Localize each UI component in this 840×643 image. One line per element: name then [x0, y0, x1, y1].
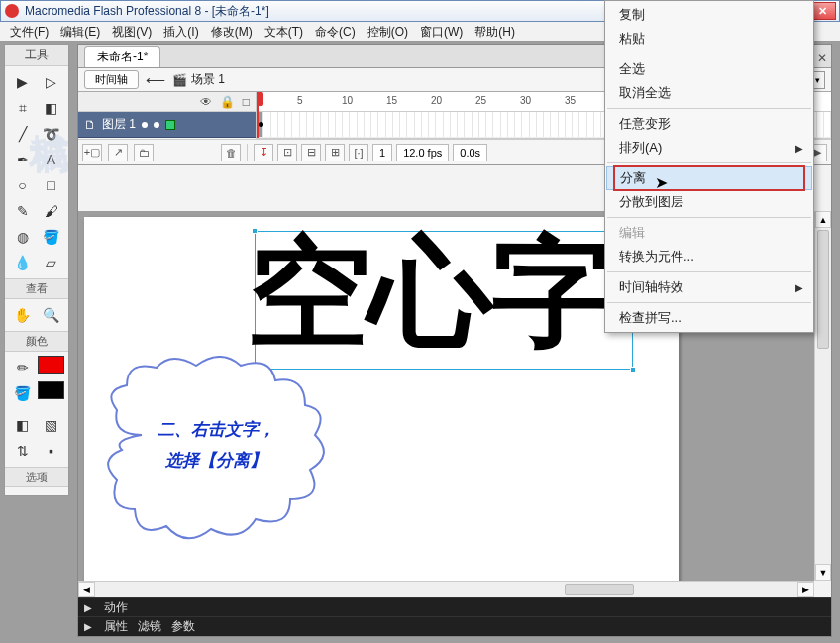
context-menu-item[interactable]: 复制: [605, 3, 813, 27]
frame-cell[interactable]: [501, 112, 508, 137]
hand-tool[interactable]: ✋: [9, 303, 36, 327]
context-menu[interactable]: 复制粘贴全选取消全选任意变形排列(A)▶分离➤分散到图层编辑转换为元件...时间…: [604, 0, 814, 333]
frame-cell[interactable]: [458, 112, 465, 137]
menu-window[interactable]: 窗口(W): [414, 22, 469, 41]
menu-command[interactable]: 命令(C): [309, 22, 362, 41]
frame-cell[interactable]: [378, 112, 385, 137]
gradient-transform-tool[interactable]: ◧: [38, 96, 64, 120]
timeline-toggle-button[interactable]: 时间轴: [84, 70, 139, 89]
frame-cell[interactable]: [587, 112, 594, 137]
layer-row[interactable]: 🗋 图层 1: [78, 112, 256, 138]
frame-cell[interactable]: [824, 112, 831, 137]
frame-cell[interactable]: [365, 112, 371, 137]
frame-cell[interactable]: [479, 112, 486, 137]
menu-file[interactable]: 文件(F): [4, 22, 54, 41]
modify-onion-markers-button[interactable]: [·]: [349, 144, 368, 161]
text-tool[interactable]: A: [38, 148, 64, 171]
selection-tool[interactable]: ▶: [9, 70, 36, 94]
edit-multiple-frames-button[interactable]: ⊞: [325, 144, 345, 161]
menu-insert[interactable]: 插入(I): [158, 22, 204, 41]
frame-cell[interactable]: [393, 112, 400, 137]
delete-layer-button[interactable]: 🗑: [221, 144, 241, 161]
frame-cell[interactable]: [336, 112, 343, 137]
menu-view[interactable]: 视图(V): [106, 22, 158, 41]
frame-cell[interactable]: [544, 112, 551, 137]
frame-cell[interactable]: [436, 112, 443, 137]
frame-cell[interactable]: [522, 112, 529, 137]
handle-top-left[interactable]: [252, 228, 258, 234]
scene-label[interactable]: 场景 1: [191, 71, 225, 88]
ink-bottle-tool[interactable]: ◍: [9, 225, 36, 249]
frame-cell[interactable]: [508, 112, 515, 137]
frame-cell[interactable]: [537, 112, 544, 137]
frame-cell[interactable]: [292, 112, 299, 137]
free-transform-tool[interactable]: ⌗: [9, 96, 36, 120]
visibility-header-icon[interactable]: 👁: [200, 95, 212, 109]
layer-visibility-dot[interactable]: [142, 122, 148, 128]
eyedropper-tool[interactable]: 💧: [9, 251, 36, 274]
frame-cell[interactable]: [371, 112, 378, 137]
subselection-tool[interactable]: ▷: [38, 70, 64, 94]
frame-cell[interactable]: [579, 112, 586, 137]
v-scroll-thumb[interactable]: [817, 230, 829, 349]
menu-help[interactable]: 帮助(H): [469, 22, 521, 41]
scroll-down-button[interactable]: ▼: [815, 564, 831, 581]
context-menu-item[interactable]: 取消全选: [605, 81, 813, 105]
lock-header-icon[interactable]: 🔒: [220, 95, 235, 109]
frame-cell[interactable]: [559, 112, 566, 137]
text-selection-box[interactable]: 空心字: [255, 231, 633, 370]
scroll-right-button[interactable]: ▶: [797, 582, 814, 597]
frame-cell[interactable]: [386, 112, 393, 137]
frame-cell[interactable]: [271, 112, 278, 137]
scroll-up-button[interactable]: ▲: [815, 211, 831, 228]
document-tab[interactable]: 未命名-1*: [84, 46, 160, 67]
context-menu-item[interactable]: 时间轴特效▶: [605, 275, 813, 299]
frame-cell[interactable]: [444, 112, 451, 137]
frame-cell[interactable]: [493, 112, 500, 137]
frame-cell[interactable]: [594, 112, 601, 137]
doc-close[interactable]: ✕: [817, 52, 827, 65]
frame-cell[interactable]: [472, 112, 479, 137]
stroke-color-swatch[interactable]: [38, 356, 64, 374]
paint-bucket-tool[interactable]: 🪣: [38, 225, 64, 249]
actions-panel-header[interactable]: ▶ 动作: [78, 597, 831, 616]
frame-cell[interactable]: [358, 112, 365, 137]
context-menu-item[interactable]: 粘贴: [605, 27, 813, 51]
frame-cell[interactable]: [285, 112, 292, 137]
pen-tool[interactable]: ✒: [9, 148, 36, 171]
pencil-tool[interactable]: ✎: [9, 199, 36, 223]
frame-cell[interactable]: [343, 112, 350, 137]
frame-cell[interactable]: [278, 112, 285, 137]
onion-skin-button[interactable]: ⊡: [277, 144, 297, 161]
vertical-scrollbar[interactable]: ▲ ▼: [814, 211, 831, 581]
frame-cell[interactable]: [465, 112, 472, 137]
frame-cell[interactable]: [530, 112, 537, 137]
context-menu-item[interactable]: 检查拼写...: [605, 306, 813, 330]
frame-cell[interactable]: [321, 112, 328, 137]
frame-cell[interactable]: [257, 112, 263, 137]
brush-tool[interactable]: 🖌: [38, 199, 64, 223]
frame-cell[interactable]: [429, 112, 436, 137]
context-menu-item[interactable]: 全选: [605, 57, 813, 81]
center-frame-button[interactable]: ↧: [254, 144, 273, 161]
tab-parameters[interactable]: 参数: [171, 618, 195, 635]
frame-cell[interactable]: [422, 112, 429, 137]
frame-cell[interactable]: [515, 112, 522, 137]
outline-header-icon[interactable]: □: [243, 95, 250, 109]
horizontal-scrollbar[interactable]: ◀ ▶: [78, 581, 814, 597]
frame-cell[interactable]: [407, 112, 414, 137]
tab-filters[interactable]: 滤镜: [138, 618, 161, 635]
frame-cell[interactable]: [307, 112, 314, 137]
swap-colors-button[interactable]: ⇅: [9, 439, 36, 463]
scroll-left-button[interactable]: ◀: [78, 582, 95, 597]
frame-cell[interactable]: [263, 112, 270, 137]
frame-cell[interactable]: [486, 112, 493, 137]
context-menu-item[interactable]: 任意变形: [605, 112, 813, 136]
frame-cell[interactable]: [451, 112, 458, 137]
oval-tool[interactable]: ○: [9, 173, 36, 197]
insert-layer-folder-button[interactable]: 🗀: [134, 144, 154, 161]
frame-cell[interactable]: [566, 112, 573, 137]
layer-lock-dot[interactable]: [154, 122, 159, 128]
properties-panel-header[interactable]: ▶ 属性 滤镜 参数: [78, 616, 831, 635]
context-menu-item[interactable]: 分散到图层: [605, 190, 813, 214]
